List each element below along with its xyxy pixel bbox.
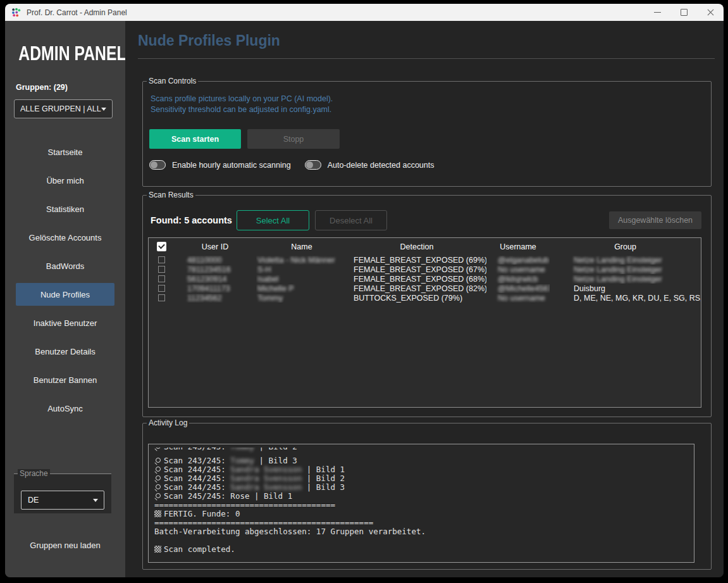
cell-text: BUTTOCKS_EXPOSED (79%) (354, 294, 462, 303)
sidebar-item-benutzer-bannen[interactable]: Benutzer Bannen (16, 368, 114, 391)
search-icon (154, 458, 161, 464)
groups-dropdown[interactable]: ALLE GRUPPEN | ALL (14, 99, 113, 118)
toggle-label-0: Enable hourly automatic scanning (172, 161, 291, 170)
row-checkbox[interactable] (158, 275, 165, 282)
cell-text: No username (498, 294, 545, 303)
maximize-button[interactable] (670, 4, 697, 21)
search-icon (154, 467, 161, 473)
app-icon (11, 8, 21, 17)
sidebar-item-inaktive-benutzer[interactable]: Inaktive Benutzer (16, 311, 114, 334)
row-checkbox[interactable] (158, 256, 165, 263)
sidebar: ADMIN PANEL Gruppen: (29) ALLE GRUPPEN |… (5, 21, 125, 577)
row-checkbox[interactable] (158, 294, 165, 301)
log-line: Scan completed. (154, 545, 694, 554)
log-line: Scan 244/245: Sandra Svensson | Bild 1 (154, 465, 694, 474)
log-line: ====================================== (154, 501, 694, 510)
column-header: User ID (174, 242, 256, 251)
toggle-switch-1[interactable] (305, 160, 321, 170)
scan-stop-button[interactable]: Stopp (247, 129, 340, 149)
cell-group: D, ME, NE, MG, KR, DU, E, SG, RS, VIE (550, 294, 701, 303)
cell-user-id: 11234562 (174, 294, 256, 303)
cell-text: 7811234516 (187, 265, 231, 274)
column-header: Username (486, 242, 550, 251)
cell-text: No username (498, 265, 545, 274)
log-line: Scan 243/245: Tommy | Bild 3 (154, 456, 694, 465)
toggle-group-1: Auto-delete detected accounts (305, 160, 435, 170)
row-checkbox[interactable] (158, 266, 165, 273)
sidebar-nav: StartseiteÜber michStatistikenGelöschte … (5, 141, 125, 425)
deselect-all-button[interactable]: Deselect All (315, 210, 387, 230)
sidebar-item-nude-profiles[interactable]: Nude Profiles (16, 283, 114, 306)
minimize-button[interactable] (644, 4, 670, 21)
log-text: Sandra Svensson (230, 482, 302, 492)
table-row[interactable]: 48110000Violetta - Nick MännerFEMALE_BRE… (149, 255, 701, 265)
header-checkbox-cell (149, 242, 174, 251)
cell-text: FEMALE_BREAST_EXPOSED (68%) (354, 275, 486, 284)
scan-results-label: Scan Results (147, 191, 195, 199)
maximize-icon (681, 9, 688, 16)
close-button[interactable] (697, 4, 724, 21)
column-header: Detection (347, 242, 486, 251)
cell-text: Duisburg (574, 284, 605, 293)
row-checkbox-cell (149, 285, 174, 292)
cell-text: @lidsjrwlcb (498, 275, 538, 284)
select-all-button[interactable]: Select All (237, 210, 309, 230)
cell-text: Michelle P (257, 284, 294, 293)
sidebar-item-geloeschte-accounts[interactable]: Gelöschte Accounts (16, 226, 114, 249)
sidebar-item-badwords[interactable]: BadWords (16, 254, 114, 277)
cell-username: No username (486, 294, 550, 303)
found-accounts-label: Found: 5 accounts (151, 215, 232, 225)
table-row[interactable]: 561230914IsabelFEMALE_BREAST_EXPOSED (68… (149, 274, 701, 284)
sidebar-item-benutzer-details[interactable]: Benutzer Details (16, 340, 114, 363)
cell-text: D, ME, NE, MG, KR, DU, E, SG, RS, VIE (574, 294, 701, 303)
log-line (154, 536, 694, 545)
log-line: Scan 244/245: Sandra Svensson | Bild 3 (154, 483, 694, 492)
main-content: Nude Profiles Plugin Scan Controls Scans… (125, 21, 724, 577)
chevron-down-icon (93, 499, 98, 502)
select-all-checkbox[interactable] (157, 242, 166, 251)
delete-selected-button[interactable]: Ausgewählte löschen (609, 211, 701, 229)
column-header: Group (550, 242, 701, 251)
log-text: Sandra Svensson (230, 473, 302, 483)
cell-text: @Michelle4567137 (498, 284, 550, 293)
cell-detection: FEMALE_BREAST_EXPOSED (82%), FE (347, 284, 486, 293)
table-row[interactable]: 1709411173Michelle PFEMALE_BREAST_EXPOSE… (149, 284, 701, 293)
reload-groups-button[interactable]: Gruppen neu laden (5, 540, 125, 551)
cell-group: Duisburg (550, 284, 701, 293)
table-row[interactable]: 7811234516S-HFEMALE_BREAST_EXPOSED (67%)… (149, 265, 701, 274)
toggle-switch-0[interactable] (149, 160, 166, 170)
cell-name: Michelle P (256, 284, 347, 293)
log-line: FERTIG. Funde: 0 (154, 510, 694, 518)
log-text: ====================================== (154, 500, 335, 510)
cell-text: Netze Landing Einsteiger (574, 265, 662, 274)
log-text: Scan 243/245: (164, 448, 230, 451)
sidebar-item-ueber-mich[interactable]: Über mich (16, 169, 114, 192)
table-row[interactable]: 11234562TommyBUTTOCKS_EXPOSED (79%)No us… (149, 293, 701, 303)
log-text: FERTIG. Funde: 0 (164, 509, 240, 518)
titlebar[interactable]: Prof. Dr. Carrot - Admin Panel (5, 4, 724, 21)
sidebar-title: ADMIN PANEL (5, 42, 125, 65)
sidebar-item-statistiken[interactable]: Statistiken (16, 197, 114, 220)
cell-text: FEMALE_BREAST_EXPOSED (82%), FE (354, 284, 486, 293)
log-line: ========================================… (154, 518, 694, 527)
scan-results-group: Scan Results Found: 5 accounts Select Al… (142, 195, 712, 417)
activity-log-console[interactable]: Scan 243/245: Tommy | Bild 2Scan 243/245… (148, 444, 694, 563)
chevron-down-icon (101, 108, 106, 111)
page-title: Nude Profiles Plugin (138, 32, 280, 49)
language-group: Sprache DE (14, 473, 111, 513)
sidebar-item-autosync[interactable]: AutoSync (16, 397, 114, 420)
row-checkbox[interactable] (158, 285, 165, 292)
language-dropdown[interactable]: DE (21, 491, 104, 510)
cell-user-id: 48110000 (174, 256, 256, 265)
cell-text: 1709411173 (187, 284, 230, 293)
window-title: Prof. Dr. Carrot - Admin Panel (27, 8, 127, 17)
log-text: Scan 243/245: (164, 456, 230, 465)
sidebar-item-startseite[interactable]: Startseite (16, 141, 114, 163)
search-icon (154, 493, 161, 499)
cell-text: Violetta - Nick Männer (257, 256, 335, 265)
cell-text: Netze Landing Einsteiger (574, 275, 662, 284)
scan-start-button[interactable]: Scan starten (149, 129, 241, 149)
results-table: User IDNameDetectionUsernameGroup 481100… (148, 237, 701, 408)
cell-name: Tommy (256, 294, 347, 303)
title-separator (138, 58, 715, 59)
